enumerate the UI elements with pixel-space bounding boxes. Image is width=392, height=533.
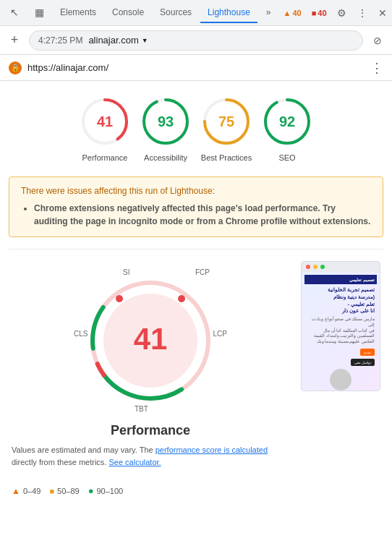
badge-warning: ▲ 40 [280,7,305,19]
legend-circle-icon: ● [88,485,94,496]
site-url-display: https://alinajar.com/ [27,62,365,73]
warning-item: Chrome extensions negatively affected th… [34,202,371,228]
tab-device[interactable]: ▦ [27,2,51,24]
label-lcp: LCP [213,330,227,338]
screenshot-header [302,262,380,272]
see-calculator-link[interactable]: See calculator. [108,458,161,466]
legend-poor: ▲ 0–49 [12,486,41,496]
ss-dot-red [306,265,310,269]
devtools-icon-group: ▲ 40 ■ 40 ⚙ ⋮ ✕ [280,4,391,22]
ss-avatar [330,369,351,391]
ss-nav: تصميم تعليمي [304,275,377,284]
badge-error: ■ 40 [308,7,331,19]
ss-title: تصميم تجربة الخلوانية(مدرسة دينية ونظامت… [307,286,375,315]
ss-text: مارس مسلك في ضحو أنواع وبادت إلىفي كتاب … [307,317,375,344]
label-si: SI [123,268,129,276]
svg-point-13 [178,295,185,302]
warning-box: There were issues affecting this run of … [9,176,383,237]
url-display[interactable]: 4:27:25 PM alinajar.com ▼ [29,30,363,51]
tab-elements[interactable]: Elements [53,3,103,23]
tab-cursor[interactable]: ↖ [3,2,26,24]
stop-icon[interactable]: ⊘ [369,32,386,49]
label-fcp: FCP [195,268,210,276]
score-performance: 41 Performance [79,95,131,162]
legend-triangle-icon: ▲ [12,486,20,496]
ss-body: تصميم تجربة الخلوانية(مدرسة دينية ونظامت… [304,284,377,391]
score-circle-best-practices: 75 [200,95,252,148]
square-icon: ■ [312,9,317,17]
triangle-icon: ▲ [284,9,291,17]
score-best-practices: 75 Best Practices [200,95,252,162]
warning-list: Chrome extensions negatively affected th… [21,202,371,228]
site-url-bar: 🔒 https://alinajar.com/ ⋮ [0,55,392,81]
ss-dot-green [320,265,325,269]
warning-title: There were issues affecting this run of … [21,186,371,196]
legend-range-good: 90–100 [96,487,123,495]
label-cls: CLS [74,330,88,338]
ss-btn1: تقدم [360,349,375,356]
browser-url-bar: + 4:27:25 PM alinajar.com ▼ ⊘ [0,26,392,55]
score-label-best-practices: Best Practices [201,153,252,162]
time-display: 4:27:25 PM [38,35,82,46]
ss-btn2: تواصل معي [351,359,375,366]
close-icon[interactable]: ✕ [374,4,391,22]
tab-lighthouse[interactable]: Lighthouse [200,3,257,23]
screenshot-content: تصميم تعليمي تصميم تجربة الخلوانية(مدرسة… [302,272,380,391]
svg-point-12 [116,295,123,302]
legend-average: ■ 50–89 [49,487,79,495]
score-seo: 92 SEO [261,95,313,162]
new-tab-button[interactable]: + [6,33,23,48]
score-value-accessibility: 93 [158,114,174,130]
tab-more[interactable]: » [259,3,278,23]
score-value-seo: 92 [279,114,295,130]
performance-title: Performance [111,423,190,438]
score-label-accessibility: Accessibility [144,153,187,162]
dropdown-icon: ▼ [142,37,148,44]
site-more-icon[interactable]: ⋮ [370,60,383,76]
score-value-best-practices: 75 [218,114,234,130]
score-value-performance: 41 [97,114,113,130]
ss-dot-yellow [313,265,318,269]
legend-good: ● 90–100 [88,485,124,496]
performance-gauge: SI FCP CLS LCP TBT 41 [71,261,230,420]
lock-icon: 🔒 [11,64,20,72]
ss-buttons: تقدم تواصل معي [307,349,375,366]
tab-console[interactable]: Console [105,3,151,23]
more-icon[interactable]: ⋮ [354,4,371,22]
legend-range-average: 50–89 [57,487,80,495]
score-circle-accessibility: 93 [140,95,192,148]
legend-range-poor: 0–49 [23,487,41,495]
score-label-performance: Performance [82,153,128,162]
legend-square-icon: ■ [49,487,54,495]
performance-score-link[interactable]: performance score is calculated [155,445,268,454]
performance-note: Values are estimated and may vary. The p… [12,444,289,468]
svg-text:41: 41 [134,322,168,356]
performance-gauge-container: SI FCP CLS LCP TBT 41 [12,261,289,468]
site-security-icon: 🔒 [9,61,22,74]
screenshot-preview: تصميم تعليمي تصميم تجربة الخلوانية(مدرسة… [301,261,380,391]
label-tbt: TBT [135,405,148,413]
tab-sources[interactable]: Sources [153,3,199,23]
legend-bar: ▲ 0–49 ■ 50–89 ● 90–100 [0,479,392,505]
score-circle-seo: 92 [261,95,313,148]
performance-section: SI FCP CLS LCP TBT 41 [0,250,392,479]
score-circle-performance: 41 [79,95,131,148]
devtools-tab-bar: ↖ ▦ Elements Console Sources Lighthouse … [0,0,392,26]
score-accessibility: 93 Accessibility [140,95,192,162]
domain-display: alinajar.com [88,35,138,46]
perf-gauge-svg: 41 [71,261,230,420]
gear-icon[interactable]: ⚙ [333,4,351,22]
scores-section: 41 Performance 93 Accessibility 75 Best … [0,81,392,176]
score-label-seo: SEO [278,153,295,162]
